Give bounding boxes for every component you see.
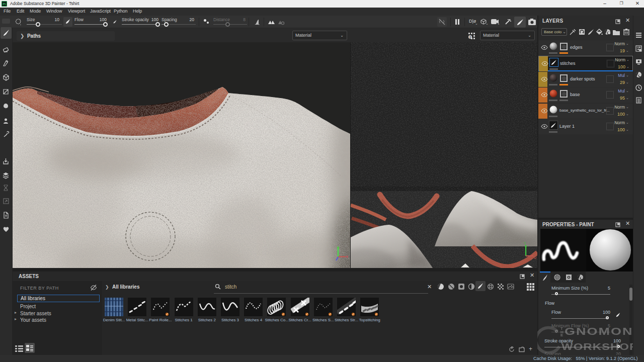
svg-text:i: i	[470, 35, 471, 39]
svg-text:U: U	[534, 256, 536, 259]
svg-text:Y: Y	[524, 241, 526, 245]
